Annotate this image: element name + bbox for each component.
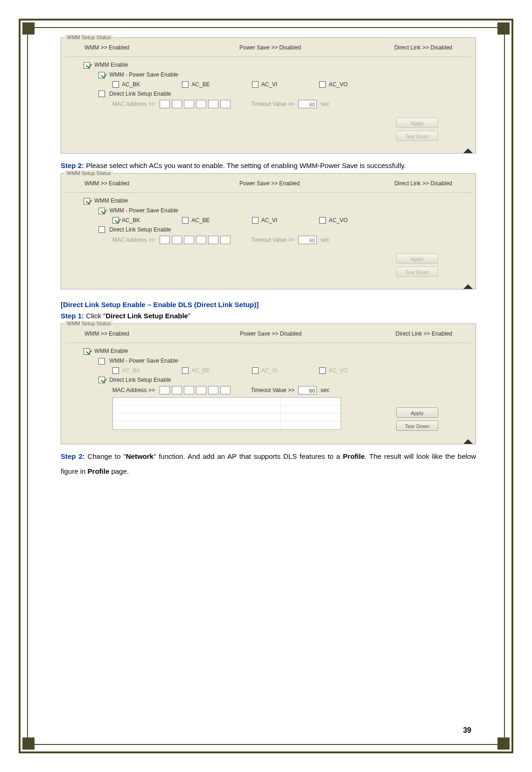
step-prefix: Step 1: — [61, 312, 84, 320]
timeout-unit: sec — [321, 101, 329, 107]
mac-box[interactable] — [172, 236, 182, 244]
timeout-input[interactable]: 60 — [298, 386, 317, 394]
ac-vi-label: AC_VI — [261, 217, 278, 224]
status-wmm: WMM >> Enabled — [84, 44, 239, 51]
page-number: 39 — [463, 726, 471, 735]
apply-button[interactable]: Apply — [396, 253, 438, 264]
ac-be-checkbox[interactable] — [182, 367, 189, 374]
ac-vo-checkbox[interactable] — [319, 217, 326, 224]
dls-enable-label: Direct Link Setup Enable — [109, 226, 171, 233]
mac-box[interactable] — [208, 386, 218, 394]
mac-address-label: MAC Address >> — [112, 101, 155, 107]
ac-be-checkbox[interactable] — [182, 81, 189, 88]
ac-vo-label: AC_VO — [329, 217, 348, 224]
mac-box[interactable] — [160, 100, 170, 108]
mac-box[interactable] — [196, 236, 206, 244]
dls-enable-label: Direct Link Setup Enable — [109, 91, 171, 97]
apply-button[interactable]: Apply — [396, 118, 438, 128]
status-wmm: WMM >> Enabled — [84, 330, 240, 337]
teardown-button[interactable]: Tear Down — [396, 267, 438, 277]
mac-box[interactable] — [160, 386, 170, 394]
ac-vi-checkbox[interactable] — [252, 217, 259, 224]
timeout-unit: sec — [321, 387, 329, 393]
status-wmm: WMM >> Enabled — [84, 180, 239, 187]
panel-legend: WMM Setup Status — [65, 170, 113, 176]
timeout-label: Timeout Value >> — [251, 101, 294, 107]
mac-box[interactable] — [220, 386, 231, 394]
status-directlink: Direct Link >> Disabled — [394, 180, 452, 187]
ac-vi-checkbox[interactable] — [252, 367, 259, 374]
collapse-icon[interactable] — [463, 148, 473, 153]
status-powersave: Power Save >> Enabled — [239, 180, 394, 187]
powersave-enable-label: WMM - Power Save Enable — [109, 358, 178, 364]
powersave-enable-label: WMM - Power Save Enable — [109, 71, 178, 78]
mac-box[interactable] — [172, 386, 182, 394]
powersave-enable-checkbox[interactable] — [98, 358, 105, 365]
collapse-icon[interactable] — [463, 284, 473, 289]
ac-vo-checkbox[interactable] — [319, 81, 326, 88]
step-prefix: Step 2: — [61, 161, 84, 169]
ac-bk-checkbox[interactable] — [112, 217, 119, 224]
ac-vi-checkbox[interactable] — [252, 81, 259, 88]
mac-box[interactable] — [172, 100, 182, 108]
dls-enable-checkbox[interactable] — [98, 377, 105, 383]
panel-legend: WMM Setup Status — [65, 35, 113, 40]
mac-box[interactable] — [208, 236, 218, 244]
powersave-enable-checkbox[interactable] — [98, 208, 105, 214]
mac-address-label: MAC Address >> — [112, 387, 155, 393]
status-powersave: Power Save >> Disabled — [240, 330, 395, 337]
timeout-input[interactable]: 60 — [298, 236, 317, 244]
wmm-enable-checkbox[interactable] — [84, 198, 90, 204]
wmm-panel-3: WMM Setup Status WMM >> Enabled Power Sa… — [61, 323, 476, 444]
ac-bk-checkbox[interactable] — [112, 367, 119, 374]
step-prefix: Step 2: — [61, 452, 85, 460]
step2-dls-text: Step 2: Change to "Network" function. An… — [61, 449, 476, 478]
status-directlink: Direct Link >> Disabled — [394, 44, 452, 51]
ac-be-label: AC_BE — [191, 217, 210, 224]
powersave-enable-label: WMM - Power Save Enable — [109, 207, 178, 214]
wmm-enable-checkbox[interactable] — [84, 62, 90, 69]
ac-vo-checkbox[interactable] — [319, 367, 326, 374]
step1-dls-text: Step 1: Click "Direct Link Setup Enable" — [61, 309, 476, 323]
ac-bk-checkbox[interactable] — [112, 81, 119, 88]
timeout-label: Timeout Value >> — [251, 387, 294, 393]
ac-vo-label: AC_VO — [329, 367, 348, 374]
teardown-button[interactable]: Tear Down — [396, 131, 438, 141]
wmm-panel-2: WMM Setup Status WMM >> Enabled Power Sa… — [61, 173, 476, 289]
apply-button[interactable]: Apply — [396, 407, 438, 418]
wmm-enable-label: WMM Enable — [94, 348, 128, 354]
ac-be-checkbox[interactable] — [182, 217, 189, 224]
mac-box[interactable] — [220, 236, 231, 244]
dls-enable-checkbox[interactable] — [98, 226, 105, 233]
mac-box[interactable] — [160, 236, 170, 244]
mac-box[interactable] — [184, 386, 194, 394]
wmm-enable-checkbox[interactable] — [84, 348, 90, 355]
mac-box[interactable] — [208, 100, 218, 108]
mac-box[interactable] — [184, 236, 194, 244]
section-title: [Direct Link Setup Enable – Enable DLS (… — [61, 301, 476, 309]
dls-enable-checkbox[interactable] — [98, 91, 105, 97]
mac-box[interactable] — [220, 100, 231, 108]
page-content: WMM Setup Status WMM >> Enabled Power Sa… — [61, 37, 476, 735]
ac-be-label: AC_BE — [191, 81, 210, 88]
timeout-input[interactable]: 60 — [298, 100, 317, 108]
mac-box[interactable] — [196, 100, 206, 108]
ac-vi-label: AC_VI — [261, 367, 278, 374]
status-powersave: Power Save >> Disabled — [239, 44, 394, 51]
step2-text: Step 2: Please select which ACs you want… — [61, 158, 476, 173]
ac-bk-label: AC_BK — [122, 367, 140, 374]
collapse-icon[interactable] — [463, 439, 473, 444]
wmm-enable-label: WMM Enable — [94, 197, 128, 204]
mac-box[interactable] — [184, 100, 194, 108]
mac-box[interactable] — [196, 386, 206, 394]
panel-legend: WMM Setup Status — [65, 321, 113, 326]
teardown-button[interactable]: Tear Down — [396, 421, 438, 431]
ac-be-label: AC_BE — [191, 367, 210, 374]
powersave-enable-checkbox[interactable] — [98, 72, 105, 78]
ac-vo-label: AC_VO — [329, 81, 348, 88]
timeout-unit: sec — [321, 237, 329, 243]
dls-peer-list[interactable] — [112, 397, 341, 430]
wmm-enable-label: WMM Enable — [94, 62, 128, 68]
ac-bk-label: AC_BK — [122, 217, 140, 224]
ac-bk-label: AC_BK — [122, 81, 140, 88]
